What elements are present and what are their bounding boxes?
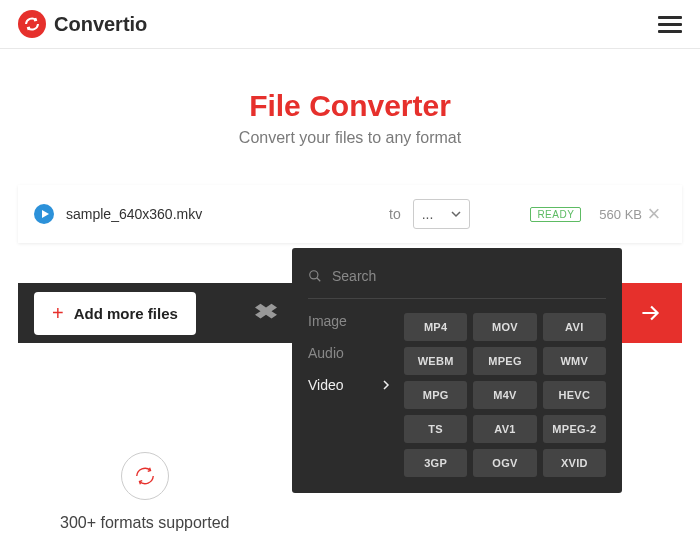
logo-text: Convertio — [54, 13, 147, 36]
format-option[interactable]: XVID — [543, 449, 606, 477]
format-value: ... — [422, 206, 434, 222]
file-row: sample_640x360.mkv to ... READY 560 KB × — [18, 185, 682, 243]
file-name: sample_640x360.mkv — [66, 206, 377, 222]
format-option[interactable]: OGV — [473, 449, 536, 477]
format-grid: MP4 MOV AVI WEBM MPEG WMV MPG M4V HEVC T… — [404, 313, 606, 477]
chevron-down-icon — [451, 209, 461, 219]
plus-icon: + — [52, 302, 64, 325]
file-size: 560 KB — [599, 207, 642, 222]
format-dropdown: Search Image Audio Video MP4 MOV AVI WEB… — [292, 248, 622, 493]
play-icon[interactable] — [34, 204, 54, 224]
format-option[interactable]: AVI — [543, 313, 606, 341]
format-option[interactable]: MPEG — [473, 347, 536, 375]
add-more-files-button[interactable]: + Add more files — [34, 292, 196, 335]
format-option[interactable]: 3GP — [404, 449, 467, 477]
refresh-icon — [121, 452, 169, 500]
format-option[interactable]: MP4 — [404, 313, 467, 341]
hamburger-menu-button[interactable] — [658, 12, 682, 37]
format-option[interactable]: WEBM — [404, 347, 467, 375]
format-option[interactable]: AV1 — [473, 415, 536, 443]
page-subtitle: Convert your files to any format — [18, 129, 682, 147]
category-audio[interactable]: Audio — [308, 345, 390, 361]
convert-button[interactable] — [618, 283, 682, 343]
format-option[interactable]: M4V — [473, 381, 536, 409]
format-option[interactable]: MPG — [404, 381, 467, 409]
arrow-right-icon — [637, 300, 663, 326]
to-label: to — [389, 206, 401, 222]
logo[interactable]: Convertio — [18, 10, 147, 38]
search-placeholder: Search — [332, 268, 376, 284]
format-option[interactable]: MPEG-2 — [543, 415, 606, 443]
chevron-right-icon — [382, 380, 390, 390]
search-icon — [308, 269, 322, 283]
dropbox-button[interactable] — [236, 302, 296, 324]
category-video[interactable]: Video — [308, 377, 390, 393]
format-option[interactable]: HEVC — [543, 381, 606, 409]
add-more-label: Add more files — [74, 305, 178, 322]
format-option[interactable]: MOV — [473, 313, 536, 341]
feature-text: 300+ formats supported — [60, 514, 229, 532]
status-badge: READY — [530, 207, 581, 222]
feature-formats: 300+ formats supported — [60, 452, 229, 532]
format-select[interactable]: ... — [413, 199, 471, 229]
page-title: File Converter — [18, 89, 682, 123]
logo-icon — [18, 10, 46, 38]
format-search-input[interactable]: Search — [308, 264, 606, 299]
category-image[interactable]: Image — [308, 313, 390, 329]
remove-file-button[interactable]: × — [642, 202, 666, 226]
format-option[interactable]: TS — [404, 415, 467, 443]
svg-point-0 — [310, 271, 318, 279]
format-option[interactable]: WMV — [543, 347, 606, 375]
